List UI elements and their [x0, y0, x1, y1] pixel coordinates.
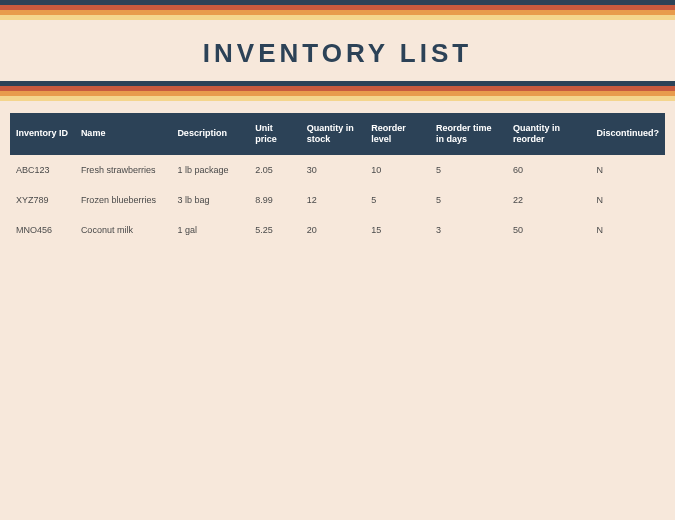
cell-description: 1 gal — [171, 215, 249, 245]
cell-inventory-id: XYZ789 — [10, 185, 75, 215]
cell-discontinued: N — [590, 215, 665, 245]
stripe — [0, 15, 675, 20]
mid-decorative-stripes — [0, 81, 675, 101]
col-name: Name — [75, 113, 172, 155]
cell-inventory-id: ABC123 — [10, 155, 75, 185]
col-quantity-in-reorder: Quantity in reorder — [507, 113, 590, 155]
cell-description: 3 lb bag — [171, 185, 249, 215]
col-unit-price: Unit price — [249, 113, 301, 155]
cell-unit-price: 8.99 — [249, 185, 301, 215]
cell-reorder-level: 15 — [365, 215, 430, 245]
cell-unit-price: 5.25 — [249, 215, 301, 245]
table-header-row: Inventory ID Name Description Unit price… — [10, 113, 665, 155]
col-inventory-id: Inventory ID — [10, 113, 75, 155]
cell-reorder-level: 5 — [365, 185, 430, 215]
table-row: ABC123Fresh strawberries1 lb package2.05… — [10, 155, 665, 185]
cell-quantity-in-reorder: 50 — [507, 215, 590, 245]
cell-reorder-level: 10 — [365, 155, 430, 185]
cell-reorder-time: 5 — [430, 155, 507, 185]
cell-unit-price: 2.05 — [249, 155, 301, 185]
inventory-table: Inventory ID Name Description Unit price… — [10, 113, 665, 245]
stripe — [0, 96, 675, 101]
cell-name: Frozen blueberries — [75, 185, 172, 215]
cell-quantity-in-reorder: 22 — [507, 185, 590, 215]
cell-description: 1 lb package — [171, 155, 249, 185]
col-quantity-in-stock: Quantity in stock — [301, 113, 366, 155]
page-title: INVENTORY LIST — [0, 20, 675, 81]
table-row: XYZ789Frozen blueberries3 lb bag8.991255… — [10, 185, 665, 215]
inventory-table-container: Inventory ID Name Description Unit price… — [0, 113, 675, 245]
cell-name: Fresh strawberries — [75, 155, 172, 185]
cell-quantity-in-stock: 30 — [301, 155, 366, 185]
cell-reorder-time: 3 — [430, 215, 507, 245]
col-discontinued: Discontinued? — [590, 113, 665, 155]
cell-reorder-time: 5 — [430, 185, 507, 215]
cell-name: Coconut milk — [75, 215, 172, 245]
col-reorder-time: Reorder time in days — [430, 113, 507, 155]
cell-quantity-in-stock: 12 — [301, 185, 366, 215]
cell-quantity-in-stock: 20 — [301, 215, 366, 245]
top-decorative-stripes — [0, 0, 675, 20]
cell-inventory-id: MNO456 — [10, 215, 75, 245]
cell-discontinued: N — [590, 155, 665, 185]
table-row: MNO456Coconut milk1 gal5.252015350N — [10, 215, 665, 245]
cell-quantity-in-reorder: 60 — [507, 155, 590, 185]
col-description: Description — [171, 113, 249, 155]
cell-discontinued: N — [590, 185, 665, 215]
col-reorder-level: Reorder level — [365, 113, 430, 155]
